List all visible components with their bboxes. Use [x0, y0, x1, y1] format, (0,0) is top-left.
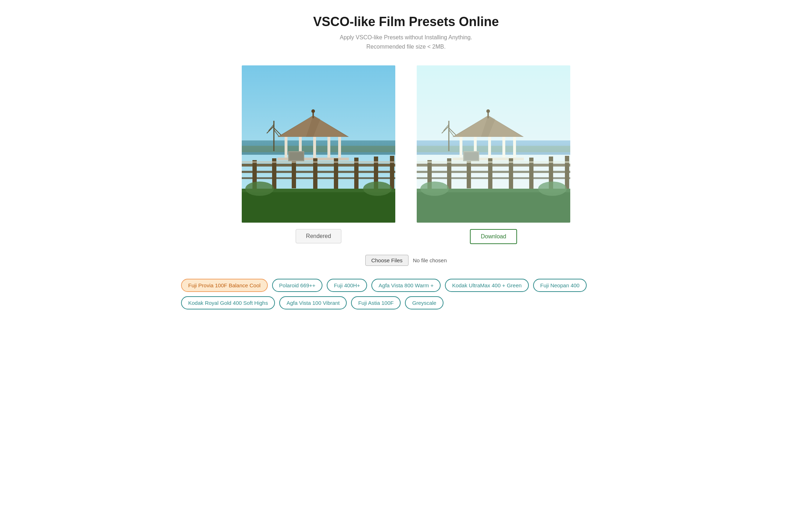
choose-files-button[interactable]: Choose Files — [365, 255, 409, 266]
svg-rect-2 — [242, 146, 395, 152]
preset-btn-fuji-neopan[interactable]: Fuji Neopan 400 — [533, 279, 587, 292]
subtitle-line1: Apply VSCO-like Presets without Installi… — [177, 33, 635, 42]
svg-rect-36 — [289, 152, 304, 160]
filtered-image-svg — [417, 65, 570, 223]
svg-rect-20 — [242, 171, 395, 173]
svg-rect-74 — [417, 65, 570, 223]
svg-rect-15 — [313, 137, 316, 158]
svg-rect-24 — [292, 159, 296, 188]
svg-rect-31 — [242, 192, 395, 223]
preset-btn-agfa-100-vibrant[interactable]: Agfa Vista 100 Vibrant — [279, 296, 347, 309]
svg-rect-29 — [390, 156, 394, 189]
download-button[interactable]: Download — [470, 229, 517, 244]
preset-btn-greyscale[interactable]: Greyscale — [405, 296, 443, 309]
original-image-container: Rendered — [242, 65, 395, 243]
preset-btn-fuji-provia[interactable]: Fuji Provia 100F Balance Cool — [181, 279, 268, 292]
svg-point-33 — [363, 182, 392, 196]
filtered-image-box — [417, 65, 570, 223]
preset-btn-agfa-800-warm[interactable]: Agfa Vista 800 Warm + — [371, 279, 441, 292]
subtitle-line2: Recommended file size < 2MB. — [177, 42, 635, 51]
svg-rect-16 — [327, 137, 330, 158]
filtered-image-container: Download — [417, 65, 570, 244]
svg-rect-19 — [242, 164, 395, 167]
presets-section: Fuji Provia 100F Balance CoolPolaroid 66… — [177, 279, 635, 309]
rendered-button: Rendered — [296, 229, 341, 243]
preset-btn-fuji-400h[interactable]: Fuji 400H+ — [327, 279, 367, 292]
original-image-svg — [242, 65, 395, 223]
svg-rect-21 — [242, 177, 395, 179]
preset-btn-kodak-ultramax[interactable]: Kodak UltraMax 400 + Green — [445, 279, 529, 292]
original-image-box — [242, 65, 395, 223]
svg-rect-34 — [242, 161, 395, 163]
page-title: VSCO-like Film Presets Online — [177, 14, 635, 29]
preset-btn-fuji-astia[interactable]: Fuji Astia 100F — [351, 296, 401, 309]
no-file-label: No file chosen — [413, 257, 447, 263]
svg-rect-17 — [338, 137, 341, 158]
svg-rect-13 — [285, 137, 287, 158]
images-section: Rendered — [177, 65, 635, 244]
svg-point-11 — [311, 109, 315, 113]
preset-btn-polaroid-669[interactable]: Polaroid 669++ — [272, 279, 323, 292]
file-input-section: Choose Files No file chosen — [177, 255, 635, 266]
page-header: VSCO-like Film Presets Online Apply VSCO… — [177, 14, 635, 51]
preset-btn-kodak-royal[interactable]: Kodak Royal Gold 400 Soft Highs — [181, 296, 275, 309]
svg-point-32 — [245, 182, 274, 196]
